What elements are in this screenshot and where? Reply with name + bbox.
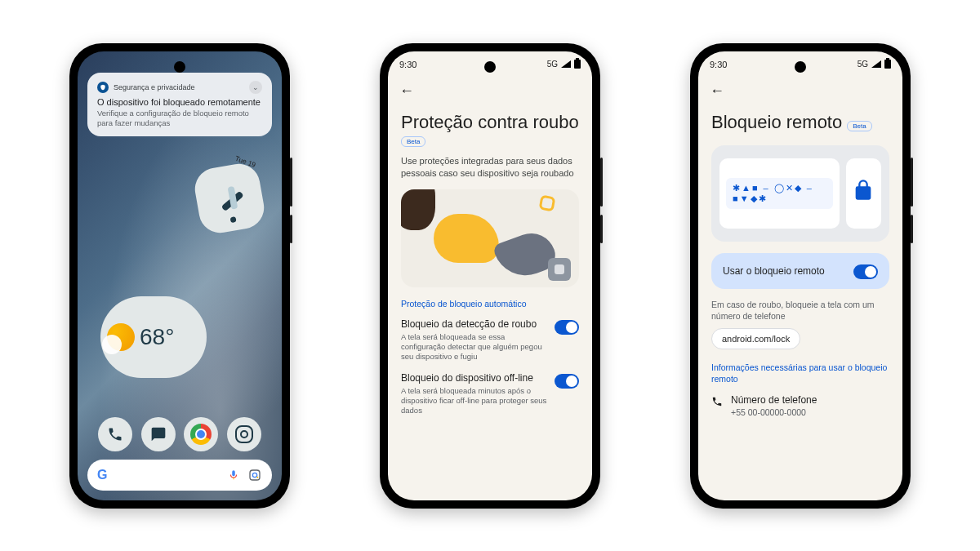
setting-desc: A tela será bloqueada minutos após o dis… (401, 386, 548, 416)
lock-illustration-card: ✱▲■ – ◯✕◆ – ■▼◆✱ (711, 145, 889, 242)
url-pill[interactable]: android.com/lock (711, 328, 800, 349)
svg-point-2 (256, 476, 258, 478)
weather-widget[interactable]: 68° (100, 296, 207, 378)
setting-offline-lock[interactable]: Bloqueio do dispositivo off-line A tela … (401, 372, 579, 416)
help-text: Em caso de roubo, bloqueie a tela com um… (711, 299, 889, 322)
clock-widget[interactable]: Tue 19 (192, 160, 268, 236)
side-button (290, 215, 292, 243)
side-button (290, 158, 292, 207)
setting-desc: A tela será bloqueada se essa configuraç… (401, 332, 548, 362)
battery-icon (884, 60, 891, 69)
lock-icon (852, 179, 875, 207)
toggle-remote-lock[interactable] (853, 264, 878, 279)
signal-icon (561, 60, 571, 68)
clock-dot (230, 216, 237, 223)
battery-icon (574, 60, 581, 69)
notification-header: Segurança e privacidade ⌄ (97, 81, 262, 94)
page-title: Proteção contra roubo (401, 112, 579, 132)
lock-icon (555, 264, 564, 274)
phone-number-value: +55 00-00000-0000 (731, 407, 817, 417)
phone-number-label: Número de telefone (731, 394, 817, 406)
svg-point-1 (252, 473, 256, 477)
phone-app-icon[interactable] (98, 417, 132, 451)
mic-icon[interactable] (226, 468, 241, 482)
toggle-offline-lock[interactable] (555, 374, 579, 389)
info-section-label: Informações necessárias para usar o bloq… (711, 362, 889, 384)
lens-icon[interactable] (247, 468, 262, 482)
side-button (600, 158, 603, 207)
phone-icon (711, 396, 723, 410)
passcode-symbols: ✱▲■ – ◯✕◆ – ■▼◆✱ (726, 178, 833, 209)
status-icons: 5G (858, 60, 891, 69)
app-dock (78, 417, 282, 451)
back-button[interactable]: ← (399, 82, 414, 100)
use-remote-lock-row[interactable]: Usar o bloqueio remoto (711, 253, 889, 289)
camera-app-icon[interactable] (227, 417, 261, 451)
page-title: Bloqueio remoto (711, 112, 842, 132)
front-camera (484, 61, 496, 73)
phone-remote-lock: 9:30 5G ← Bloqueio remoto Beta ✱▲■ – ◯✕◆… (690, 43, 911, 509)
shield-icon (97, 82, 109, 93)
side-button (911, 158, 913, 207)
sun-icon (107, 323, 135, 351)
google-logo-icon: G (97, 468, 107, 482)
network-label: 5G (858, 60, 868, 69)
use-remote-lock-label: Usar o bloqueio remoto (723, 265, 825, 277)
theft-protection-screen: 9:30 5G ← Proteção contra roubo Beta Use… (388, 51, 592, 500)
time-label: 9:30 (710, 60, 727, 69)
svg-rect-0 (250, 470, 260, 480)
messages-app-icon[interactable] (141, 417, 176, 451)
side-button (911, 215, 913, 243)
notification-subtitle: Verifique a configuração de bloqueio rem… (97, 109, 262, 129)
front-camera (174, 61, 185, 73)
toggle-theft-detection[interactable] (555, 320, 579, 335)
side-button (600, 215, 603, 243)
search-bar[interactable]: G (87, 460, 272, 491)
phone-number-row[interactable]: Número de telefone +55 00-00000-0000 (711, 394, 889, 417)
remote-lock-screen: 9:30 5G ← Bloqueio remoto Beta ✱▲■ – ◯✕◆… (698, 51, 902, 500)
page-subtitle: Use proteções integradas para seus dados… (401, 155, 579, 180)
setting-title: Bloqueio do dispositivo off-line (401, 372, 548, 384)
notification-category: Segurança e privacidade (114, 83, 244, 91)
network-label: 5G (547, 60, 558, 69)
phone-home: Segurança e privacidade ⌄ O dispositivo … (69, 43, 290, 509)
setting-theft-detection[interactable]: Bloqueio da detecção de roubo A tela ser… (401, 318, 579, 362)
beta-badge: Beta (847, 121, 871, 131)
chevron-down-icon[interactable]: ⌄ (249, 81, 262, 94)
back-button[interactable]: ← (710, 82, 724, 100)
home-screen: Segurança e privacidade ⌄ O dispositivo … (78, 51, 282, 500)
signal-icon (871, 60, 881, 68)
temperature-label: 68° (140, 324, 174, 350)
date-label: Tue 19 (234, 153, 256, 168)
notification-card[interactable]: Segurança e privacidade ⌄ O dispositivo … (87, 73, 272, 137)
phone-theft-protection: 9:30 5G ← Proteção contra roubo Beta Use… (380, 43, 600, 509)
chrome-icon (190, 424, 212, 445)
camera-icon (235, 425, 253, 443)
status-icons: 5G (547, 60, 581, 69)
page-body: Proteção contra roubo Beta Use proteções… (401, 112, 579, 500)
passcode-card: ✱▲■ – ◯✕◆ – ■▼◆✱ (719, 158, 840, 229)
front-camera (795, 61, 806, 73)
notification-title: O dispositivo foi bloqueado remotamente (97, 97, 262, 107)
lock-card (846, 158, 882, 229)
section-label: Proteção de bloqueio automático (401, 299, 579, 309)
page-body: Bloqueio remoto Beta ✱▲■ – ◯✕◆ – ■▼◆✱ Us… (711, 112, 889, 500)
theft-illustration (401, 189, 579, 287)
time-label: 9:30 (399, 60, 416, 69)
setting-title: Bloqueio da detecção de roubo (401, 318, 548, 330)
beta-badge: Beta (401, 136, 425, 147)
chrome-app-icon[interactable] (184, 417, 218, 451)
